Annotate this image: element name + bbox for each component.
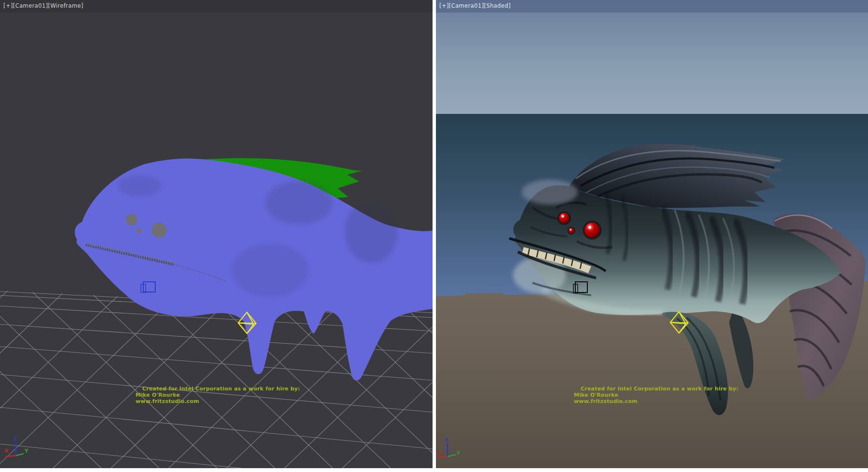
axis-z-label-left: Z xyxy=(14,436,17,442)
viewport-divider[interactable] xyxy=(433,0,436,472)
sky xyxy=(436,0,868,114)
annotation-line: Created for Intel Corporation as a work … xyxy=(581,386,738,392)
annotation-line: Mike O'Rourke xyxy=(136,392,300,398)
viewport-wireframe[interactable]: [+][Camera01][Wireframe] xyxy=(0,0,433,468)
axis-x-label-left: X xyxy=(4,448,9,454)
annotation-line: Created for Intel Corporation as a work … xyxy=(142,386,300,392)
scene-annotation-left: Created for Intel Corporation as a work … xyxy=(136,386,300,404)
annotation-line: Mike O'Rourke xyxy=(574,392,738,398)
axis-z-label-right: z xyxy=(445,436,448,443)
annotation-line: www.fritzstudio.com xyxy=(574,398,738,404)
viewport-label-wireframe[interactable]: [+][Camera01][Wireframe] xyxy=(3,2,83,9)
scene-annotation-right: Created for Intel Corporation as a work … xyxy=(574,386,738,404)
bottom-strip xyxy=(0,468,868,472)
axis-y-label-left: Y xyxy=(24,448,29,454)
axis-x-label-right: x xyxy=(438,449,441,455)
annotation-line: www.fritzstudio.com xyxy=(136,398,300,404)
axis-y-label-right: y xyxy=(457,449,460,455)
fish-eye-large xyxy=(584,222,600,238)
viewport-label-shaded[interactable]: [+][Camera01][Shaded] xyxy=(439,2,511,9)
head-highlight xyxy=(522,180,578,205)
dual-viewport-window: [+][Camera01][Wireframe] xyxy=(0,0,868,472)
fish-eye-medium xyxy=(559,213,570,223)
fish-eye-small xyxy=(569,228,574,234)
viewport-shaded[interactable]: [+][Camera01][Shaded] xyxy=(436,0,868,468)
